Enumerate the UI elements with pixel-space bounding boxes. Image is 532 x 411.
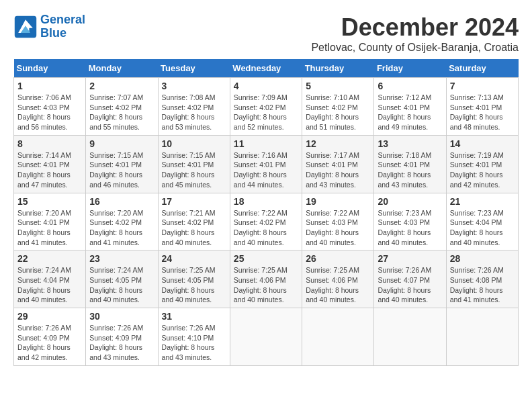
day-info: Sunrise: 7:13 AM Sunset: 4:01 PM Dayligh… [450,93,515,132]
day-info: Sunrise: 7:18 AM Sunset: 4:01 PM Dayligh… [378,150,442,190]
day-number: 26 [306,253,370,264]
day-number: 15 [17,196,82,207]
day-info: Sunrise: 7:26 AM Sunset: 4:10 PM Dayligh… [162,323,226,363]
day-info: Sunrise: 7:25 AM Sunset: 4:06 PM Dayligh… [234,265,298,305]
day-cell: 1Sunrise: 7:06 AM Sunset: 4:03 PM Daylig… [14,78,86,136]
day-cell: 13Sunrise: 7:18 AM Sunset: 4:01 PM Dayli… [374,135,446,193]
col-header-friday: Friday [374,59,446,78]
day-info: Sunrise: 7:26 AM Sunset: 4:07 PM Dayligh… [378,265,442,305]
day-number: 16 [89,196,154,207]
week-row-1: 1Sunrise: 7:06 AM Sunset: 4:03 PM Daylig… [14,78,519,136]
day-cell: 25Sunrise: 7:25 AM Sunset: 4:06 PM Dayli… [230,250,302,308]
day-cell: 23Sunrise: 7:24 AM Sunset: 4:05 PM Dayli… [86,250,158,308]
day-number: 2 [89,81,154,91]
day-cell: 21Sunrise: 7:23 AM Sunset: 4:04 PM Dayli… [446,193,518,250]
logo-icon [13,15,38,39]
col-header-tuesday: Tuesday [158,59,230,78]
day-number: 6 [378,81,442,91]
month-title: December 2024 [311,13,519,42]
day-cell: 28Sunrise: 7:26 AM Sunset: 4:08 PM Dayli… [446,250,518,308]
day-cell: 30Sunrise: 7:26 AM Sunset: 4:09 PM Dayli… [86,308,158,366]
col-header-wednesday: Wednesday [230,59,302,78]
day-number: 5 [306,81,370,91]
day-number: 28 [450,253,515,264]
day-cell: 3Sunrise: 7:08 AM Sunset: 4:02 PM Daylig… [158,78,230,136]
day-info: Sunrise: 7:26 AM Sunset: 4:09 PM Dayligh… [89,323,154,363]
day-number: 7 [450,81,515,91]
calendar-table: SundayMondayTuesdayWednesdayThursdayFrid… [13,59,519,366]
day-number: 20 [378,196,442,207]
logo: General Blue [13,13,85,40]
logo-text: General Blue [40,13,85,40]
day-info: Sunrise: 7:26 AM Sunset: 4:09 PM Dayligh… [17,323,82,363]
day-cell: 9Sunrise: 7:15 AM Sunset: 4:01 PM Daylig… [86,135,158,193]
day-cell: 10Sunrise: 7:15 AM Sunset: 4:01 PM Dayli… [158,135,230,193]
day-info: Sunrise: 7:21 AM Sunset: 4:02 PM Dayligh… [162,208,226,248]
day-info: Sunrise: 7:23 AM Sunset: 4:03 PM Dayligh… [378,208,442,248]
day-info: Sunrise: 7:24 AM Sunset: 4:04 PM Dayligh… [17,265,82,305]
title-area: December 2024 Petlovac, County of Osijek… [311,13,519,54]
day-info: Sunrise: 7:15 AM Sunset: 4:01 PM Dayligh… [89,150,154,190]
day-number: 3 [162,81,226,91]
day-number: 1 [17,81,82,91]
week-row-4: 22Sunrise: 7:24 AM Sunset: 4:04 PM Dayli… [14,250,519,308]
day-cell: 29Sunrise: 7:26 AM Sunset: 4:09 PM Dayli… [14,308,86,366]
day-cell: 2Sunrise: 7:07 AM Sunset: 4:02 PM Daylig… [86,78,158,136]
day-info: Sunrise: 7:22 AM Sunset: 4:03 PM Dayligh… [306,208,370,248]
day-info: Sunrise: 7:12 AM Sunset: 4:01 PM Dayligh… [378,93,442,132]
day-number: 13 [378,138,442,149]
day-number: 25 [234,253,298,264]
col-header-thursday: Thursday [302,59,374,78]
day-info: Sunrise: 7:08 AM Sunset: 4:02 PM Dayligh… [162,93,226,132]
day-cell [446,308,518,366]
day-info: Sunrise: 7:25 AM Sunset: 4:06 PM Dayligh… [306,265,370,305]
day-cell [302,308,374,366]
day-number: 24 [162,253,226,264]
day-info: Sunrise: 7:17 AM Sunset: 4:01 PM Dayligh… [306,150,370,190]
day-info: Sunrise: 7:19 AM Sunset: 4:01 PM Dayligh… [450,150,515,190]
header-row: SundayMondayTuesdayWednesdayThursdayFrid… [14,59,519,78]
week-row-3: 15Sunrise: 7:20 AM Sunset: 4:01 PM Dayli… [14,193,519,250]
day-info: Sunrise: 7:07 AM Sunset: 4:02 PM Dayligh… [89,93,154,132]
day-cell [374,308,446,366]
day-number: 10 [162,138,226,149]
day-number: 14 [450,138,515,149]
day-cell: 19Sunrise: 7:22 AM Sunset: 4:03 PM Dayli… [302,193,374,250]
day-number: 23 [89,253,154,264]
day-info: Sunrise: 7:23 AM Sunset: 4:04 PM Dayligh… [450,208,515,248]
day-info: Sunrise: 7:20 AM Sunset: 4:02 PM Dayligh… [89,208,154,248]
day-cell: 11Sunrise: 7:16 AM Sunset: 4:01 PM Dayli… [230,135,302,193]
header: General Blue December 2024 Petlovac, Cou… [13,13,519,54]
day-number: 12 [306,138,370,149]
day-cell: 6Sunrise: 7:12 AM Sunset: 4:01 PM Daylig… [374,78,446,136]
day-info: Sunrise: 7:15 AM Sunset: 4:01 PM Dayligh… [162,150,226,190]
day-cell: 7Sunrise: 7:13 AM Sunset: 4:01 PM Daylig… [446,78,518,136]
day-cell [230,308,302,366]
day-info: Sunrise: 7:22 AM Sunset: 4:02 PM Dayligh… [234,208,298,248]
day-cell: 31Sunrise: 7:26 AM Sunset: 4:10 PM Dayli… [158,308,230,366]
day-cell: 20Sunrise: 7:23 AM Sunset: 4:03 PM Dayli… [374,193,446,250]
day-cell: 14Sunrise: 7:19 AM Sunset: 4:01 PM Dayli… [446,135,518,193]
day-number: 19 [306,196,370,207]
col-header-monday: Monday [86,59,158,78]
day-cell: 15Sunrise: 7:20 AM Sunset: 4:01 PM Dayli… [14,193,86,250]
day-number: 21 [450,196,515,207]
day-info: Sunrise: 7:14 AM Sunset: 4:01 PM Dayligh… [17,150,82,190]
day-info: Sunrise: 7:10 AM Sunset: 4:02 PM Dayligh… [306,93,370,132]
col-header-saturday: Saturday [446,59,518,78]
day-info: Sunrise: 7:16 AM Sunset: 4:01 PM Dayligh… [234,150,298,190]
day-info: Sunrise: 7:25 AM Sunset: 4:05 PM Dayligh… [162,265,226,305]
day-number: 22 [17,253,82,264]
day-info: Sunrise: 7:09 AM Sunset: 4:02 PM Dayligh… [234,93,298,132]
day-cell: 12Sunrise: 7:17 AM Sunset: 4:01 PM Dayli… [302,135,374,193]
location-title: Petlovac, County of Osijek-Baranja, Croa… [311,42,519,54]
day-number: 4 [234,81,298,91]
day-cell: 4Sunrise: 7:09 AM Sunset: 4:02 PM Daylig… [230,78,302,136]
day-cell: 16Sunrise: 7:20 AM Sunset: 4:02 PM Dayli… [86,193,158,250]
day-number: 31 [162,311,226,322]
day-info: Sunrise: 7:24 AM Sunset: 4:05 PM Dayligh… [89,265,154,305]
day-cell: 22Sunrise: 7:24 AM Sunset: 4:04 PM Dayli… [14,250,86,308]
day-number: 29 [17,311,82,322]
day-cell: 26Sunrise: 7:25 AM Sunset: 4:06 PM Dayli… [302,250,374,308]
day-info: Sunrise: 7:26 AM Sunset: 4:08 PM Dayligh… [450,265,515,305]
